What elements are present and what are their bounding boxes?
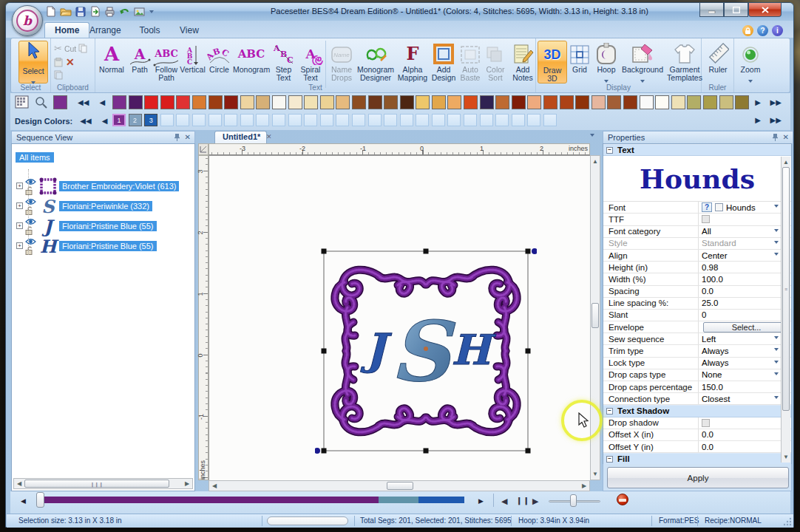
dropdown-icon[interactable] <box>774 336 779 339</box>
cut-icon[interactable]: ✂ <box>54 43 62 54</box>
step-text-button[interactable]: ABCStep Text <box>270 41 297 82</box>
sequence-hscrollbar[interactable]: ◀ ❙❙❙ ▶ <box>13 478 193 489</box>
expand-icon[interactable]: + <box>16 242 23 249</box>
property-value[interactable]: Standard <box>702 239 736 248</box>
thread-color-swatch[interactable] <box>112 95 126 109</box>
dropdown-icon[interactable] <box>774 229 779 232</box>
thread-color-swatch[interactable] <box>336 95 350 109</box>
palette-next-arrow[interactable]: ▶ <box>755 95 761 109</box>
thread-color-swatch[interactable] <box>192 95 206 109</box>
property-value[interactable]: 0.0 <box>702 443 713 451</box>
embroidery-design[interactable]: J S H <box>315 244 537 460</box>
property-value[interactable]: 150.0 <box>702 383 723 392</box>
font-checkbox[interactable] <box>715 203 723 211</box>
thread-color-swatch[interactable] <box>416 95 430 109</box>
speed-slider-handle[interactable] <box>570 494 577 507</box>
slider-right-arrow[interactable]: ▶ <box>478 497 484 505</box>
new-document-icon[interactable] <box>44 5 57 18</box>
thread-color-swatch[interactable] <box>623 95 637 109</box>
ruler-button[interactable]: Ruler <box>703 41 733 74</box>
draw-3d-button[interactable]: 3DDraw 3D <box>538 41 567 83</box>
print-icon[interactable] <box>104 5 116 18</box>
expand-icon[interactable]: + <box>16 183 23 189</box>
property-checkbox[interactable] <box>702 215 710 223</box>
thread-color-swatch[interactable] <box>480 95 494 109</box>
lock-icon[interactable] <box>25 246 33 255</box>
thread-color-swatch[interactable] <box>527 95 541 109</box>
design-canvas[interactable]: J S H <box>209 155 590 480</box>
lock-icon[interactable] <box>25 186 33 195</box>
thread-color-swatch[interactable] <box>607 95 621 109</box>
save-icon[interactable] <box>74 5 87 18</box>
thread-color-swatch[interactable] <box>256 95 270 109</box>
thread-color-swatch[interactable] <box>447 95 461 109</box>
thread-color-swatch[interactable] <box>304 95 318 109</box>
info-icon[interactable]: i <box>772 25 783 36</box>
tab-list-dropdown-icon[interactable] <box>590 134 594 137</box>
properties-close-icon[interactable]: ✕ <box>783 133 789 142</box>
help-icon[interactable]: ? <box>757 25 768 36</box>
design-last-arrow[interactable]: ▶▶ <box>770 113 782 127</box>
thread-color-swatch[interactable] <box>591 95 606 109</box>
ruler-origin-box[interactable] <box>198 143 209 155</box>
thread-color-swatch[interactable] <box>703 95 717 109</box>
play-backward-icon[interactable]: ◀ <box>501 497 507 506</box>
property-value[interactable]: All <box>702 227 711 236</box>
play-forward-icon[interactable]: ▶ <box>532 497 538 506</box>
palette-last-arrow[interactable]: ▶▶ <box>770 95 782 109</box>
design-color-2[interactable]: 2 <box>129 114 142 126</box>
thread-color-swatch[interactable] <box>719 95 733 109</box>
property-value[interactable]: Hounds <box>726 203 756 212</box>
thread-color-swatch[interactable] <box>495 95 509 109</box>
export-icon[interactable] <box>89 5 101 18</box>
document-tab[interactable]: Untitled1* <box>214 131 267 143</box>
expand-icon[interactable]: + <box>16 222 23 229</box>
property-value[interactable]: 100.0 <box>702 275 723 284</box>
dropdown-icon[interactable] <box>774 253 779 256</box>
sequence-item[interactable]: + Brother Embroidery:Violet (613) <box>15 177 192 197</box>
property-value[interactable]: 0.0 <box>702 430 713 439</box>
design-prev-arrow[interactable]: ◀ <box>102 114 108 128</box>
stitch-slider-handle[interactable] <box>36 492 44 508</box>
thread-color-swatch[interactable] <box>671 95 685 109</box>
thread-color-swatch[interactable] <box>288 95 302 109</box>
thread-color-swatch[interactable] <box>687 95 701 109</box>
property-value[interactable]: None <box>702 370 722 379</box>
visibility-eye-icon[interactable] <box>25 198 36 205</box>
lock-icon[interactable] <box>742 25 753 36</box>
lock-icon[interactable] <box>25 206 33 215</box>
tab-arrange[interactable]: Arrange <box>80 22 131 38</box>
palette-prev-arrow[interactable]: ◀ <box>99 95 105 109</box>
property-value[interactable]: Closest <box>702 395 730 403</box>
monogram-designer-button[interactable]: Monogram Designer <box>356 41 396 82</box>
thread-color-swatch[interactable] <box>735 95 749 109</box>
spiral-text-button[interactable]: ASpiral Text <box>297 41 324 82</box>
pause-icon[interactable]: ❙❙ <box>516 497 530 505</box>
sequence-item-label[interactable]: Floriani:Periwinkle (332) <box>59 201 152 211</box>
thread-color-swatch[interactable] <box>240 95 254 109</box>
qat-dropdown-icon[interactable] <box>149 10 154 13</box>
close-button[interactable] <box>748 3 782 17</box>
thread-color-swatch[interactable] <box>368 95 382 109</box>
alpha-mapping-button[interactable]: FAlpha Mapping <box>396 41 430 82</box>
thread-color-swatch[interactable] <box>224 95 238 109</box>
select-button[interactable]: Select <box>18 41 48 83</box>
property-checkbox[interactable] <box>702 419 710 427</box>
application-button[interactable]: b <box>12 5 43 36</box>
property-value[interactable]: Always <box>702 358 728 367</box>
dropdown-icon[interactable] <box>774 205 779 208</box>
stop-icon[interactable] <box>617 494 628 505</box>
garment-templates-button[interactable]: Garment Templates <box>665 41 705 82</box>
thread-color-swatch[interactable] <box>272 95 286 109</box>
monogram-letter-right[interactable]: H <box>452 325 497 374</box>
paste-special-icon[interactable] <box>54 70 63 80</box>
design-next-arrow[interactable]: ▶ <box>755 113 761 127</box>
tab-tools[interactable]: Tools <box>130 22 170 38</box>
tab-view[interactable]: View <box>170 22 209 38</box>
sequence-item[interactable]: + H Floriani:Pristine Blue (55) <box>15 236 192 256</box>
current-color-swatch[interactable] <box>53 95 67 109</box>
stitch-progress-bar[interactable] <box>44 497 464 503</box>
thread-color-swatch[interactable] <box>575 95 589 109</box>
hoop-button[interactable]: Hoop <box>592 41 620 87</box>
resize-grip[interactable] <box>783 517 792 526</box>
